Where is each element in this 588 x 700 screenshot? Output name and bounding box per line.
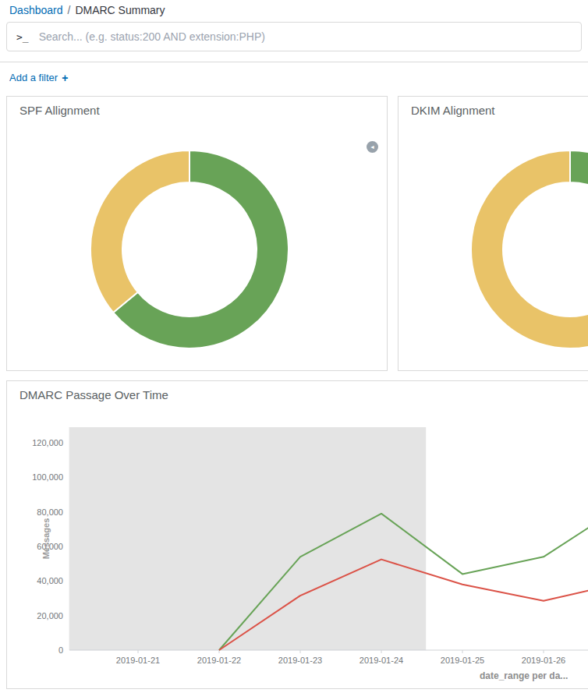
y-tick-label: 20,000 [37,611,63,620]
x-tick-label: 2019-01-25 [441,656,484,665]
dmarc-passage-panel: DMARC Passage Over Time 020,00040,00060,… [6,380,588,689]
add-filter-label: Add a filter [9,72,58,83]
timeline-panel-title: DMARC Passage Over Time [7,381,588,401]
donut-slice-yellow[interactable] [90,150,190,313]
x-tick-label: 2019-01-23 [278,656,322,665]
y-axis-title: Messages [41,518,51,560]
x-tick-label: 2019-01-24 [360,656,403,665]
query-bar: >_ [0,16,588,62]
dkim-alignment-panel: DKIM Alignment [398,96,588,371]
add-filter-button[interactable]: Add a filter + [9,72,68,83]
spf-alignment-panel: SPF Allignment ◄ [6,96,388,371]
donut-slice-green[interactable] [570,150,588,195]
search-input[interactable] [37,30,572,44]
query-prompt-icon: >_ [16,31,29,43]
dmarc-passage-line-chart[interactable]: 020,00040,00060,00080,000100,000120,0002… [7,412,588,688]
dkim-panel-title: DKIM Alignment [398,97,588,117]
breadcrumb-separator: / [68,4,71,16]
breadcrumb: Dashboard / DMARC Summary [0,0,588,16]
breadcrumb-dashboard-link[interactable]: Dashboard [9,4,63,16]
x-tick-label: 2019-01-21 [116,656,160,665]
filter-bar: Add a filter + [0,62,588,94]
y-tick-label: 120,000 [32,438,63,447]
y-tick-label: 100,000 [32,472,63,482]
spf-donut-chart[interactable] [7,122,387,370]
spf-panel-title: SPF Allignment [7,97,387,117]
page-title: DMARC Summary [75,4,165,16]
x-tick-label: 2019-01-22 [197,656,241,665]
y-tick-label: 0 [58,645,63,655]
x-axis-title: date_range per da... [480,670,568,681]
dkim-donut-chart[interactable] [398,122,588,370]
x-tick-label: 2019-01-26 [522,656,565,665]
y-tick-label: 80,000 [37,507,63,517]
search-box[interactable]: >_ [6,22,582,51]
plus-icon: + [62,72,68,83]
y-tick-label: 40,000 [37,576,63,585]
donut-slice-yellow[interactable] [471,150,588,348]
